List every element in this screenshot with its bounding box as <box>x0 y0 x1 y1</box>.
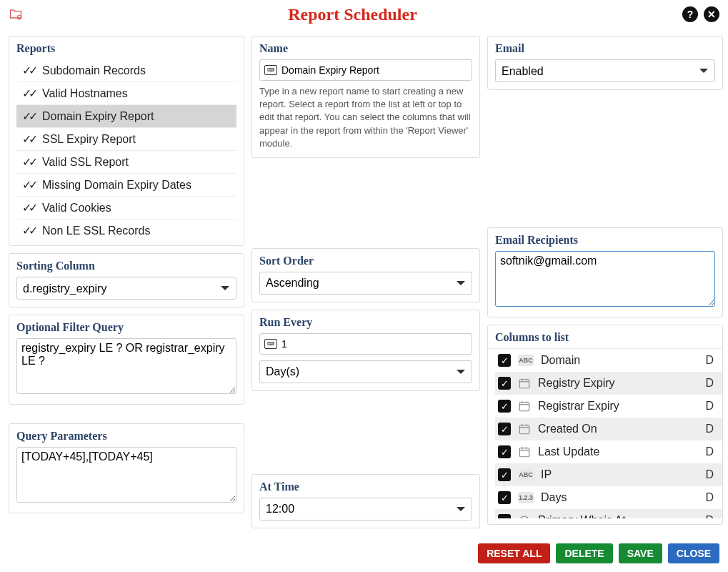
double-check-icon: ✓✓ <box>22 132 35 146</box>
name-input-row: ⌨ <box>259 59 472 81</box>
delete-button[interactable]: DELETE <box>556 543 612 563</box>
double-check-icon: ✓✓ <box>22 155 35 169</box>
name-panel: Name ⌨ Type in a new report name to star… <box>251 36 480 158</box>
column-label: Primary Whois At <box>538 514 698 518</box>
double-check-icon: ✓✓ <box>22 224 35 237</box>
filter-query-panel: Optional Filter Query registry_expiry LE… <box>9 315 244 405</box>
email-panel: Email Enabled <box>487 36 723 90</box>
column-checkbox[interactable]: ✓ <box>498 491 511 504</box>
double-check-icon: ✓✓ <box>22 178 35 192</box>
column-row[interactable]: ✓Registrar ExpiryD <box>495 395 722 418</box>
email-title: Email <box>495 42 715 55</box>
double-check-icon: ✓✓ <box>22 109 35 123</box>
svg-rect-1 <box>519 380 529 388</box>
main-grid: Reports ✓✓Subdomain Records✓✓Valid Hostn… <box>0 29 728 528</box>
report-list-item[interactable]: ✓✓Missing Domain Expiry Dates <box>16 174 236 197</box>
name-title: Name <box>259 42 472 55</box>
report-list-item[interactable]: ✓✓Valid Hostnames <box>16 82 236 105</box>
sorting-column-title: Sorting Column <box>16 260 236 272</box>
middle-column: Name ⌨ Type in a new report name to star… <box>251 36 480 528</box>
run-every-panel: Run Every ⌨ Day(s) <box>251 310 480 391</box>
query-params-panel: Query Parameters [TODAY+45],[TODAY+45] <box>9 423 244 513</box>
number-type-icon: 1.2.3 <box>518 492 534 503</box>
column-row[interactable]: ✓Last UpdateD <box>495 440 722 463</box>
run-every-count-input[interactable] <box>281 338 467 350</box>
column-checkbox[interactable]: ✓ <box>498 354 511 367</box>
at-time-title: At Time <box>259 480 472 493</box>
sort-order-title: Sort Order <box>259 255 472 267</box>
column-row[interactable]: ✓1.2.3DaysD <box>495 486 722 509</box>
column-d: D <box>705 400 714 413</box>
name-input[interactable] <box>281 64 467 76</box>
save-button[interactable]: SAVE <box>619 543 662 563</box>
column-row[interactable]: ✓ABCIPD <box>495 463 722 486</box>
report-item-label: SSL Expiry Report <box>42 133 136 146</box>
column-row[interactable]: ✓ABCDomainD <box>495 349 722 372</box>
columns-panel: Columns to list ✓ABCDomainD✓Registry Exp… <box>487 325 723 525</box>
right-column: Email Enabled Email Recipients softnik@g… <box>487 36 723 525</box>
column-checkbox[interactable]: ✓ <box>498 377 511 390</box>
topbar: Report Scheduler ? ✕ <box>0 0 728 29</box>
run-every-unit-select[interactable]: Day(s) <box>259 360 472 383</box>
at-time-select[interactable]: 12:00 <box>259 498 472 521</box>
filter-query-title: Optional Filter Query <box>16 321 236 334</box>
filter-query-input[interactable]: registry_expiry LE ? OR registrar_expiry… <box>16 338 236 394</box>
run-every-title: Run Every <box>259 316 472 329</box>
reports-panel: Reports ✓✓Subdomain Records✓✓Valid Hostn… <box>9 36 244 246</box>
page-title: Report Scheduler <box>288 5 417 24</box>
columns-title: Columns to list <box>495 331 722 344</box>
report-list-item[interactable]: ✓✓Subdomain Records <box>16 59 236 82</box>
column-label: Domain <box>541 354 698 367</box>
column-d: D <box>705 468 714 481</box>
column-checkbox[interactable]: ✓ <box>498 423 511 435</box>
query-params-input[interactable]: [TODAY+45],[TODAY+45] <box>16 447 236 503</box>
calendar-icon <box>518 377 531 390</box>
sorting-column-panel: Sorting Column d.registry_expiry <box>9 253 244 307</box>
column-label: Registry Expiry <box>538 377 698 390</box>
reports-title: Reports <box>16 42 236 55</box>
columns-scroll[interactable]: ✓ABCDomainD✓Registry ExpiryD✓Registrar E… <box>488 348 722 518</box>
report-item-label: Valid Cookies <box>42 202 111 214</box>
at-time-panel: At Time 12:00 <box>251 474 480 528</box>
close-icon[interactable]: ✕ <box>704 6 719 22</box>
column-d: D <box>705 514 714 518</box>
run-every-count-row: ⌨ <box>259 333 472 355</box>
footer-buttons: RESET ALL DELETE SAVE CLOSE <box>478 543 719 563</box>
reset-all-button[interactable]: RESET ALL <box>478 543 550 563</box>
report-list-item[interactable]: ✓✓Valid Cookies <box>16 197 236 220</box>
sorting-column-select[interactable]: d.registry_expiry <box>16 277 236 300</box>
query-params-title: Query Parameters <box>16 430 236 443</box>
report-list-item[interactable]: ✓✓Valid SSL Report <box>16 151 236 174</box>
column-checkbox[interactable]: ✓ <box>498 445 511 458</box>
sort-order-select[interactable]: Ascending <box>259 272 472 295</box>
column-d: D <box>705 491 714 504</box>
report-item-label: Domain Expiry Report <box>42 110 154 123</box>
text-type-icon: ABC <box>518 469 534 480</box>
column-checkbox[interactable]: ✓ <box>498 400 511 413</box>
svg-point-17 <box>520 516 529 518</box>
svg-rect-9 <box>519 425 529 434</box>
sort-order-panel: Sort Order Ascending <box>251 248 480 302</box>
report-list-item[interactable]: ✓✓Domain Expiry Report <box>16 105 236 128</box>
report-item-label: Subdomain Records <box>42 64 146 77</box>
email-recipients-input[interactable]: softnik@gmail.com <box>495 251 715 307</box>
column-row[interactable]: ✓Created OnD <box>495 418 722 440</box>
column-row[interactable]: ✓Primary Whois AtD <box>495 509 722 518</box>
clock-icon <box>518 514 531 518</box>
double-check-icon: ✓✓ <box>22 87 35 100</box>
email-recipients-panel: Email Recipients softnik@gmail.com <box>487 227 723 317</box>
report-item-label: Non LE SSL Records <box>42 225 150 237</box>
column-row[interactable]: ✓Registry ExpiryD <box>495 372 722 395</box>
report-list-item[interactable]: ✓✓Non LE SSL Records <box>16 220 236 242</box>
help-icon[interactable]: ? <box>682 6 698 22</box>
report-list-item[interactable]: ✓✓SSL Expiry Report <box>16 128 236 151</box>
close-button[interactable]: CLOSE <box>668 543 719 563</box>
report-item-label: Missing Domain Expiry Dates <box>42 179 191 192</box>
column-d: D <box>705 377 714 390</box>
report-list: ✓✓Subdomain Records✓✓Valid Hostnames✓✓Do… <box>16 59 236 242</box>
email-select[interactable]: Enabled <box>495 59 715 82</box>
email-recipients-title: Email Recipients <box>495 234 715 247</box>
svg-rect-5 <box>519 403 529 411</box>
column-checkbox[interactable]: ✓ <box>498 468 511 481</box>
column-checkbox[interactable]: ✓ <box>498 514 511 518</box>
